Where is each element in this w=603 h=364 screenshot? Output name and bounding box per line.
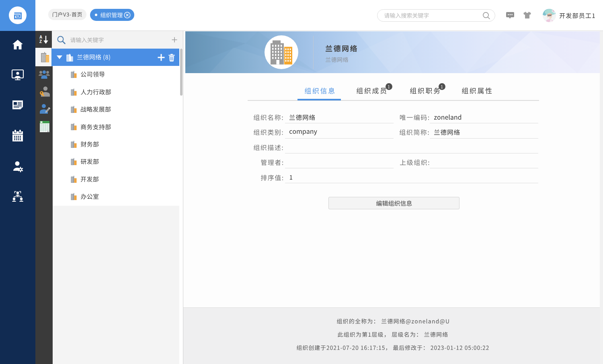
svg-text:A: A <box>39 35 42 39</box>
svg-text:Z: Z <box>39 39 42 44</box>
